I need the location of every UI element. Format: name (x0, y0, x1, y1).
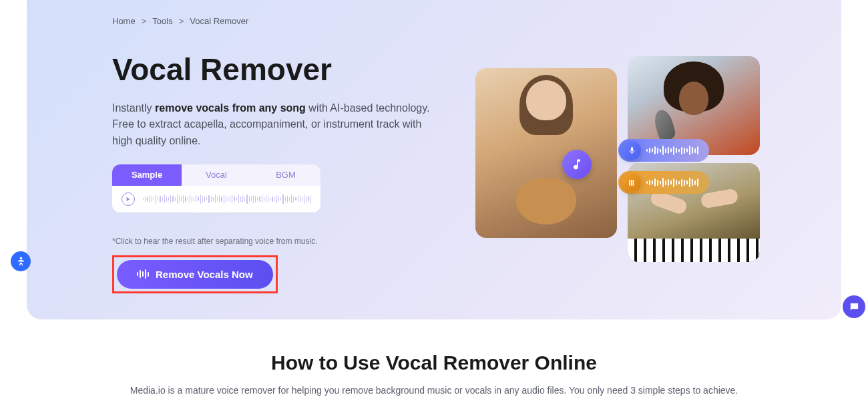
vocal-waveform (646, 146, 698, 155)
description-bold: remove vocals from any song (155, 102, 306, 114)
cta-highlight-box: Remove Vocals Now (112, 255, 278, 293)
tab-sample[interactable]: Sample (112, 164, 182, 186)
breadcrumb-current: Vocal Remover (190, 16, 248, 26)
chat-widget-button[interactable] (843, 295, 865, 318)
audio-player-row (112, 186, 320, 213)
breadcrumb-tools[interactable]: Tools (152, 16, 172, 26)
hero-image-collage (475, 56, 783, 270)
tab-vocal[interactable]: Vocal (182, 164, 251, 186)
guitarist-image (475, 68, 617, 238)
audio-preview-widget: Sample Vocal BGM (112, 164, 320, 213)
play-icon (126, 196, 131, 202)
hint-text: *Click to hear the result after separati… (112, 237, 433, 246)
cta-label: Remove Vocals Now (156, 269, 253, 280)
instrument-badge (622, 173, 641, 192)
play-button[interactable] (122, 192, 135, 206)
howto-title: How to Use Vocal Remover Online (53, 352, 815, 374)
breadcrumb-separator: > (179, 16, 184, 26)
breadcrumb-separator: > (142, 16, 147, 26)
howto-subtitle: Media.io is a mature voice remover for h… (53, 385, 815, 396)
hero-left-column: Vocal Remover Instantly remove vocals fr… (112, 53, 433, 293)
accessibility-widget-button[interactable] (11, 251, 31, 271)
breadcrumb-home[interactable]: Home (112, 16, 136, 26)
accessibility-icon (15, 256, 27, 267)
columns-icon (628, 178, 636, 187)
remove-vocals-button[interactable]: Remove Vocals Now (117, 260, 273, 289)
hero-section: Home > Tools > Vocal Remover Vocal Remov… (27, 0, 841, 319)
waveform-display (143, 192, 311, 207)
description-prefix: Instantly (112, 102, 155, 114)
svg-point-0 (19, 257, 22, 259)
breadcrumb: Home > Tools > Vocal Remover (112, 16, 756, 26)
microphone-badge (622, 141, 641, 160)
chat-icon (849, 301, 860, 313)
preview-tabs: Sample Vocal BGM (112, 164, 320, 186)
instrument-waveform (646, 178, 698, 187)
tab-bgm[interactable]: BGM (251, 164, 320, 186)
vocal-pill (618, 139, 709, 162)
howto-section: How to Use Vocal Remover Online Media.io… (0, 319, 868, 405)
microphone-icon (628, 146, 636, 155)
hero-description: Instantly remove vocals from any song wi… (112, 100, 433, 150)
instrument-pill (618, 171, 709, 194)
page-title: Vocal Remover (112, 53, 433, 87)
music-note-icon (570, 158, 584, 171)
music-note-badge (562, 150, 592, 179)
waveform-icon (137, 269, 149, 279)
